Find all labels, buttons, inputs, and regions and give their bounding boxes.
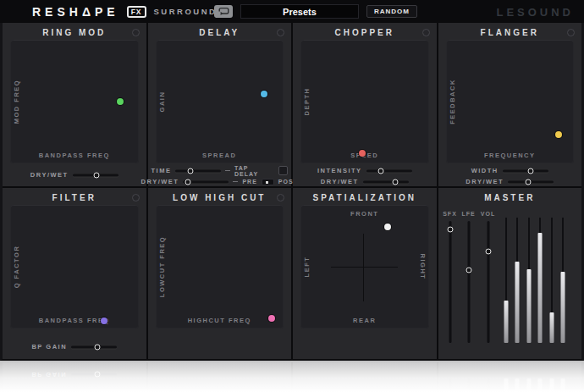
xy-handle[interactable] (261, 91, 267, 97)
meter-fill (561, 272, 565, 343)
dry-wet-slider[interactable] (73, 171, 118, 179)
bypass-led[interactable] (277, 194, 284, 202)
bypass-led[interactable] (422, 29, 430, 36)
rear-label: REAR (300, 317, 429, 324)
tap-delay-button[interactable] (278, 166, 288, 175)
reflection: RESHΔPE FX SURROUND Presets RANDOM (0, 361, 584, 392)
bypass-led[interactable] (132, 29, 140, 36)
slider-track (487, 221, 489, 343)
slider-knob[interactable] (187, 168, 193, 174)
slider-track (503, 169, 548, 172)
x-axis-label: BANDPASS FREQ (10, 317, 139, 324)
lfe-slider[interactable]: LFE (464, 221, 474, 343)
level-meter-2 (515, 218, 521, 343)
slider-track (363, 180, 409, 183)
slider-knob[interactable] (528, 168, 534, 174)
crosshair-vertical (363, 234, 364, 301)
x-axis-label: SPREAD (156, 152, 284, 159)
slider-knob[interactable] (485, 249, 491, 255)
spatialization-xy-pad[interactable]: FRONT REAR LEFT RIGHT (300, 205, 429, 329)
right-label: RIGHT (419, 254, 427, 280)
xy-handle[interactable] (359, 150, 366, 157)
slider-knob[interactable] (447, 227, 453, 233)
delay-controls: TIME TAP DELAY DRY/WET (152, 166, 289, 186)
dry-wet-slider[interactable] (183, 178, 229, 186)
dry-wet-label: DRY/WET (466, 178, 504, 185)
level-meter-1 (504, 218, 510, 343)
y-axis-label: FEEDBACK (449, 79, 456, 124)
panel-ring-mod: RING MOD MOD FREQ BANDPASS FREQ DRY/WET (3, 23, 146, 186)
panel-title: MASTER (438, 193, 582, 202)
panel-delay: DELAY GAIN SPREAD TIME TAP DE (148, 23, 292, 186)
panel-low-high-cut: LOW HIGH CUT LOWCUT FREQ HIGHCUT FREQ (148, 188, 292, 359)
sfx-label: SFX (443, 211, 457, 217)
bypass-led[interactable] (132, 194, 140, 202)
meter-fill (550, 312, 554, 343)
dash-separator (225, 170, 230, 171)
toggle-dot (266, 181, 268, 184)
reshape-plugin-window: RESHΔPE FX SURROUND Presets RANDOM (0, 0, 584, 361)
panel-title: FILTER (3, 193, 146, 202)
slider-knob[interactable] (95, 344, 101, 350)
xy-handle[interactable] (555, 131, 562, 138)
width-slider[interactable] (503, 167, 548, 175)
y-axis-label: GAIN (158, 91, 166, 113)
header-bar: RESHΔPE FX SURROUND Presets RANDOM (0, 0, 584, 23)
x-axis-label: BANDPASS FREQ (10, 152, 139, 159)
sfx-slider[interactable]: SFX (445, 221, 455, 343)
vol-slider[interactable]: VOL (483, 221, 493, 343)
slider-track (175, 169, 221, 172)
vol-label: VOL (481, 211, 495, 217)
panel-spatialization: SPATIALIZATION FRONT REAR LEFT RIGHT (293, 188, 437, 359)
preset-controls: Presets RANDOM (214, 0, 417, 23)
ring-mod-controls: DRY/WET (6, 170, 143, 179)
random-button[interactable]: RANDOM (366, 5, 417, 18)
time-slider[interactable] (175, 167, 221, 175)
dry-wet-slider[interactable] (508, 178, 554, 186)
lesound-brand-logo: LESOUND (496, 5, 574, 18)
low-high-cut-xy-pad[interactable]: LOWCUT FREQ HIGHCUT FREQ (156, 205, 284, 329)
dry-wet-slider[interactable] (363, 178, 409, 186)
xy-handle[interactable] (101, 317, 107, 324)
intensity-slider[interactable] (366, 167, 412, 175)
slider-knob[interactable] (378, 168, 384, 174)
x-axis-label: FREQUENCY (446, 152, 575, 159)
slider-knob[interactable] (392, 179, 398, 185)
xy-handle[interactable] (117, 98, 124, 105)
preset-loop-button[interactable] (214, 5, 233, 18)
delay-xy-pad[interactable]: GAIN SPREAD (156, 40, 284, 163)
slider-knob[interactable] (526, 179, 532, 185)
product-shot: RESHΔPE FX SURROUND Presets RANDOM (0, 0, 584, 392)
chopper-xy-pad[interactable]: DEPTH SPEED (300, 40, 429, 163)
lfe-label: LFE (461, 211, 475, 217)
y-axis-label: LOWCUT FREQ (158, 236, 166, 297)
slider-knob[interactable] (466, 267, 471, 273)
dry-wet-label: DRY/WET (321, 178, 359, 185)
intensity-label: INTENSITY (317, 167, 362, 174)
panel-master: MASTER SFX LFE VOL (438, 188, 582, 359)
logo-group: RESHΔPE FX SURROUND (32, 0, 217, 23)
pan-position-handle[interactable] (384, 224, 391, 230)
pre-post-toggle[interactable] (262, 179, 274, 185)
width-label: WIDTH (471, 167, 499, 174)
slider-track (366, 169, 412, 172)
slider-knob[interactable] (94, 172, 100, 178)
meter-fill (527, 269, 532, 343)
flanger-xy-pad[interactable]: FEEDBACK FREQUENCY (446, 40, 575, 163)
filter-controls: BP GAIN (6, 342, 143, 351)
fx-badge: FX (127, 6, 146, 18)
x-axis-label: HIGHCUT FREQ (156, 317, 284, 324)
bypass-led[interactable] (567, 29, 575, 36)
level-meter-3 (526, 218, 532, 343)
bypass-led[interactable] (277, 29, 284, 36)
meter-fill (515, 262, 520, 343)
slider-knob[interactable] (185, 179, 190, 185)
bp-gain-slider[interactable] (71, 343, 117, 351)
filter-xy-pad[interactable]: Q FACTOR BANDPASS FREQ (10, 205, 139, 329)
panel-title: DELAY (148, 28, 292, 37)
y-axis-label: DEPTH (303, 88, 311, 116)
xy-handle[interactable] (268, 315, 275, 322)
presets-dropdown[interactable]: Presets (240, 4, 359, 19)
level-meter-5 (549, 218, 555, 343)
ring-mod-xy-pad[interactable]: MOD FREQ BANDPASS FREQ (10, 40, 139, 163)
